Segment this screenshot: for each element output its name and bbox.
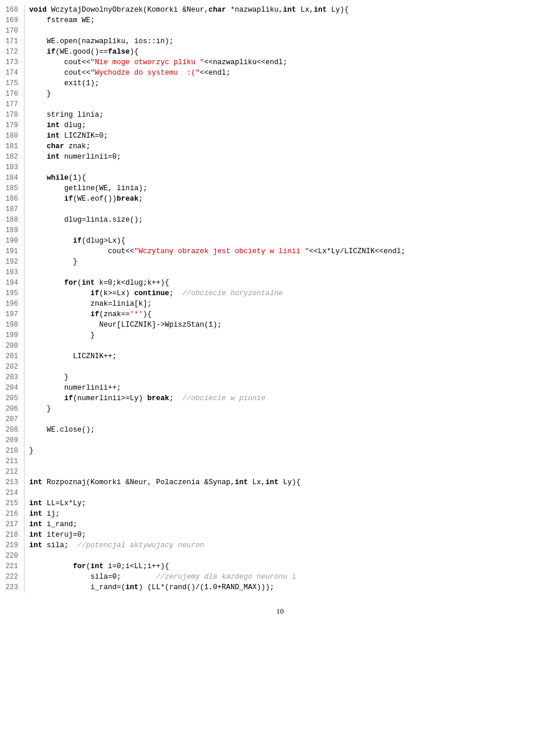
code-line: 222 sila=0; //zerujemy dla kazdego neuro… xyxy=(0,572,560,582)
line-number: 200 xyxy=(0,341,24,351)
token-normal: WE.open(nazwapliku, ios::in); xyxy=(29,37,174,46)
code-line: 208 WE.close(); xyxy=(0,425,560,435)
line-content: if(dlug>Lx){ xyxy=(29,236,560,246)
token-kw: int xyxy=(314,6,327,14)
line-number: 216 xyxy=(0,509,24,519)
token-kw: int xyxy=(90,562,104,570)
token-kw: int xyxy=(283,6,296,14)
line-content xyxy=(29,414,560,425)
code-line: 183 xyxy=(0,162,560,173)
code-line: 186 if(WE.eof())break; xyxy=(0,194,560,204)
token-kw: char xyxy=(209,6,226,14)
line-content: getline(WE, linia); xyxy=(29,183,560,194)
code-line: 203 } xyxy=(0,372,560,383)
page-number: 10 xyxy=(276,607,284,615)
code-line: 173 cout<<"Nie moge otworzyc pliku "<<na… xyxy=(0,57,560,68)
token-str: '*' xyxy=(130,310,144,318)
code-line: 185 getline(WE, linia); xyxy=(0,183,560,194)
token-normal xyxy=(29,153,47,161)
line-number: 176 xyxy=(0,89,24,99)
token-normal: (WE.eof()) xyxy=(73,195,117,203)
code-container: 168void WczytajDowolnyObrazek(Komorki &N… xyxy=(0,0,560,597)
line-number: 189 xyxy=(0,225,24,236)
token-normal: LICZNIK++; xyxy=(29,352,117,360)
token-normal: } xyxy=(29,405,51,413)
token-normal xyxy=(29,195,64,203)
token-normal xyxy=(29,142,47,150)
token-normal: WczytajDowolnyObrazek(Komorki &Neur, xyxy=(47,6,209,14)
token-normal: *nazwapliku, xyxy=(226,6,284,14)
line-content: cout<<"Nie moge otworzyc pliku "<<nazwap… xyxy=(29,57,560,68)
token-normal xyxy=(29,174,47,182)
token-normal: Lx, xyxy=(296,6,314,14)
line-number: 170 xyxy=(0,26,24,36)
token-normal: Ly){ xyxy=(327,6,349,14)
token-normal: (WE.good()== xyxy=(55,48,108,56)
line-content: } xyxy=(29,257,560,267)
code-line: 187 xyxy=(0,204,560,215)
token-kw: if xyxy=(47,48,55,56)
code-line: 175 exit(1); xyxy=(0,78,560,89)
token-normal: exit(1); xyxy=(29,79,99,88)
code-line: 171 WE.open(nazwapliku, ios::in); xyxy=(0,36,560,47)
code-line: 223 i_rand=(int) (LL*(rand()/(1.0+RAND_M… xyxy=(0,582,560,593)
line-number: 185 xyxy=(0,183,24,194)
code-line: 196 znak=linia[k]; xyxy=(0,299,560,309)
token-normal: } xyxy=(29,90,51,98)
line-content xyxy=(29,341,560,351)
code-line: 191 cout<<"Wczytany obrazek jest obciety… xyxy=(0,246,560,257)
code-line: 195 if(k>=Lx) continue; //obciecie horyz… xyxy=(0,288,560,299)
line-number: 219 xyxy=(0,540,24,551)
line-content: int iteruj=0; xyxy=(29,530,560,540)
token-normal: k=0;k<dlug;k++){ xyxy=(95,279,170,287)
token-normal: cout<< xyxy=(29,58,90,66)
line-content: } xyxy=(29,89,560,99)
line-number: 188 xyxy=(0,215,24,225)
line-content: if(WE.good()==false){ xyxy=(29,47,560,57)
token-cmt: //obciecie horyzontalne xyxy=(183,289,284,298)
line-number: 222 xyxy=(0,572,24,582)
token-normal: Ly){ xyxy=(279,478,301,487)
token-normal: string linia; xyxy=(29,111,104,119)
line-content xyxy=(29,435,560,446)
line-content: } xyxy=(29,404,560,414)
line-number: 212 xyxy=(0,467,24,477)
token-str: "Wychodze do systemu :(" xyxy=(90,69,200,77)
line-number: 184 xyxy=(0,173,24,183)
token-kw: int xyxy=(125,583,139,592)
token-cmt: //obciecie w pionie xyxy=(183,394,266,402)
token-normal: LL=Lx*Ly; xyxy=(43,499,86,508)
line-content: } xyxy=(29,446,560,456)
line-content: string linia; xyxy=(29,110,560,120)
token-cmt: //potencjal aktywujacy neuron xyxy=(78,541,205,550)
line-content: int dlug; xyxy=(29,120,560,131)
line-number: 195 xyxy=(0,288,24,299)
line-number: 201 xyxy=(0,351,24,362)
line-content: int ij; xyxy=(29,509,560,519)
token-normal: WE.close(); xyxy=(29,426,95,434)
code-line: 194 for(int k=0;k<dlug;k++){ xyxy=(0,278,560,288)
token-normal xyxy=(29,279,64,287)
line-content: if(k>=Lx) continue; //obciecie horyzonta… xyxy=(29,288,560,299)
token-normal: (znak== xyxy=(99,310,130,318)
token-normal: ) (LL*(rand()/(1.0+RAND_MAX))); xyxy=(139,583,275,592)
token-kw: char xyxy=(47,142,64,150)
line-content xyxy=(29,467,560,477)
token-normal: (k>=Lx) xyxy=(99,289,134,298)
token-normal xyxy=(29,48,47,56)
line-number: 180 xyxy=(0,131,24,141)
line-number: 221 xyxy=(0,561,24,572)
code-line: 211 xyxy=(0,456,560,467)
line-number: 172 xyxy=(0,47,24,57)
code-line: 188 dlug=linia.size(); xyxy=(0,215,560,225)
token-normal xyxy=(29,121,47,130)
token-kw: int xyxy=(47,121,60,130)
line-number: 174 xyxy=(0,68,24,78)
line-content xyxy=(29,26,560,36)
code-line: 170 xyxy=(0,26,560,36)
token-normal: (1){ xyxy=(69,174,86,182)
token-normal: } xyxy=(29,447,34,455)
line-content xyxy=(29,225,560,236)
line-number: 175 xyxy=(0,78,24,89)
token-kw: break xyxy=(117,195,139,203)
